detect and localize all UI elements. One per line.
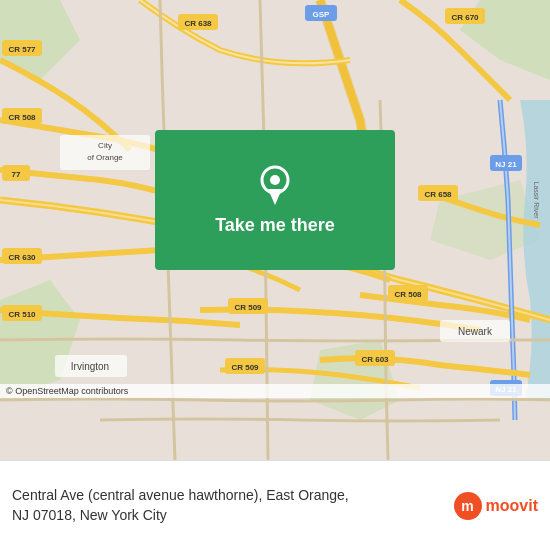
address-container: Central Ave (central avenue hawthorne), … [12,486,444,525]
svg-text:Irvington: Irvington [71,361,109,372]
svg-text:CR 508: CR 508 [8,113,36,122]
info-bar: Central Ave (central avenue hawthorne), … [0,460,550,550]
svg-text:of Orange: of Orange [87,153,123,162]
svg-point-47 [270,175,280,185]
svg-marker-48 [268,189,282,205]
address-line: Central Ave (central avenue hawthorne), … [12,486,444,506]
attribution-text: © OpenStreetMap contributors [6,386,128,396]
svg-text:CR 603: CR 603 [361,355,389,364]
svg-text:CR 577: CR 577 [8,45,36,54]
city-line: NJ 07018, New York City [12,506,444,526]
svg-text:Newark: Newark [458,326,493,337]
location-pin-icon [260,165,290,209]
moovit-logo: m moovit [454,492,538,520]
map-attribution: © OpenStreetMap contributors [0,384,550,398]
svg-text:CR 638: CR 638 [184,19,212,28]
svg-text:CR 508: CR 508 [394,290,422,299]
svg-text:Lassir River: Lassir River [533,182,540,220]
svg-text:CR 670: CR 670 [451,13,479,22]
moovit-text: moovit [486,497,538,515]
svg-text:CR 658: CR 658 [424,190,452,199]
svg-text:CR 509: CR 509 [231,363,259,372]
svg-text:CR 630: CR 630 [8,253,36,262]
take-me-there-label: Take me there [215,215,335,236]
take-me-there-button[interactable]: Take me there [155,130,395,270]
svg-text:NJ 21: NJ 21 [495,160,517,169]
map-container: City of Orange Newark Irvington CR 577 C… [0,0,550,460]
svg-text:77: 77 [12,170,21,179]
svg-text:GSP: GSP [313,10,331,19]
moovit-icon: m [454,492,482,520]
svg-text:CR 509: CR 509 [234,303,262,312]
svg-text:City: City [98,141,112,150]
svg-text:CR 510: CR 510 [8,310,36,319]
